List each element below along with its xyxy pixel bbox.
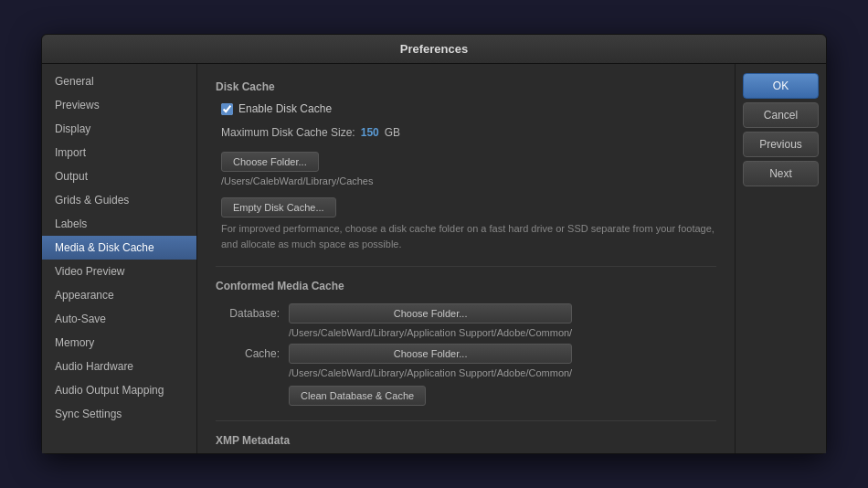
xmp-metadata-title: XMP Metadata [216, 434, 716, 447]
cache-row: Cache: Choose Folder... /Users/CalebWard… [216, 344, 716, 378]
dialog-body: GeneralPreviewsDisplayImportOutputGrids … [42, 64, 826, 453]
previous-button[interactable]: Previous [743, 132, 819, 157]
clean-database-cache-button[interactable]: Clean Database & Cache [289, 386, 426, 406]
max-size-row: Maximum Disk Cache Size: 150 GB [216, 126, 716, 139]
sidebar-item-auto-save[interactable]: Auto-Save [42, 307, 196, 331]
section-divider [216, 266, 716, 267]
sidebar-item-media-disk-cache[interactable]: Media & Disk Cache [42, 236, 196, 260]
cache-choose-folder-button[interactable]: Choose Folder... [289, 344, 572, 364]
cache-content: Choose Folder... /Users/CalebWard/Librar… [289, 344, 572, 378]
sidebar-item-previews[interactable]: Previews [42, 93, 196, 117]
sidebar-item-grids-guides[interactable]: Grids & Guides [42, 188, 196, 212]
enable-disk-cache-label: Enable Disk Cache [238, 102, 332, 115]
cache-label: Cache: [216, 344, 289, 360]
max-size-value: 150 [361, 126, 379, 139]
xmp-divider [216, 420, 716, 421]
dialog-title: Preferences [42, 35, 826, 64]
database-path: /Users/CalebWard/Library/Application Sup… [289, 327, 572, 338]
sidebar-item-audio-hardware[interactable]: Audio Hardware [42, 355, 196, 378]
choose-folder-button[interactable]: Choose Folder... [221, 152, 319, 172]
clean-btn-row: Clean Database & Cache [216, 386, 716, 406]
disk-cache-path: /Users/CalebWard/Library/Caches [216, 175, 716, 186]
database-label: Database: [216, 303, 289, 320]
main-content: Disk Cache Enable Disk Cache Maximum Dis… [197, 64, 735, 453]
enable-disk-cache-row: Enable Disk Cache [216, 102, 716, 115]
sidebar-item-audio-output-mapping[interactable]: Audio Output Mapping [42, 378, 196, 402]
next-button[interactable]: Next [743, 161, 819, 186]
preferences-dialog: Preferences GeneralPreviewsDisplayImport… [41, 34, 827, 454]
ok-button[interactable]: OK [743, 73, 819, 99]
enable-disk-cache-checkbox[interactable] [221, 103, 233, 115]
cache-path: /Users/CalebWard/Library/Application Sup… [289, 367, 572, 378]
max-size-unit: GB [385, 126, 400, 139]
disk-cache-section-title: Disk Cache [216, 80, 716, 93]
max-size-label: Maximum Disk Cache Size: [221, 126, 355, 139]
sidebar-item-memory[interactable]: Memory [42, 331, 196, 355]
sidebar-item-display[interactable]: Display [42, 117, 196, 141]
database-content: Choose Folder... /Users/CalebWard/Librar… [289, 303, 572, 338]
database-choose-folder-button[interactable]: Choose Folder... [289, 303, 572, 324]
disk-cache-info: For improved performance, choose a disk … [216, 221, 716, 251]
sidebar-item-appearance[interactable]: Appearance [42, 283, 196, 307]
sidebar: GeneralPreviewsDisplayImportOutputGrids … [42, 64, 197, 453]
sidebar-item-output[interactable]: Output [42, 164, 196, 188]
empty-disk-cache-row: Empty Disk Cache... [216, 197, 716, 217]
buttons-panel: OK Cancel Previous Next [735, 64, 826, 453]
conformed-media-cache-title: Conformed Media Cache [216, 280, 716, 292]
cancel-button[interactable]: Cancel [743, 102, 819, 128]
sidebar-item-general[interactable]: General [42, 69, 196, 93]
sidebar-item-sync-settings[interactable]: Sync Settings [42, 402, 196, 426]
empty-disk-cache-button[interactable]: Empty Disk Cache... [221, 197, 336, 217]
choose-folder-row: Choose Folder... [216, 152, 716, 172]
sidebar-item-import[interactable]: Import [42, 141, 196, 164]
sidebar-item-video-preview[interactable]: Video Preview [42, 260, 196, 283]
sidebar-item-labels[interactable]: Labels [42, 212, 196, 236]
database-row: Database: Choose Folder... /Users/CalebW… [216, 303, 716, 338]
